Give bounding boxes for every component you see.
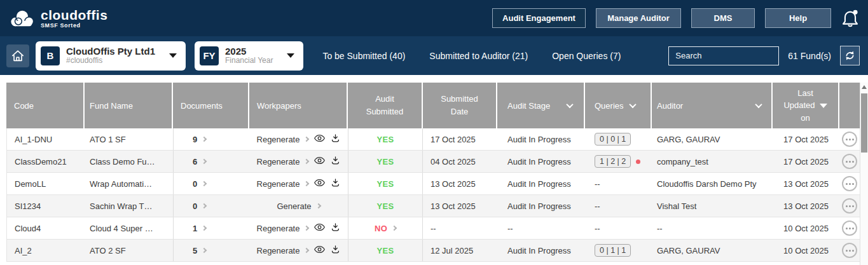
- cell-queries: 0 | 1 | 1: [585, 240, 652, 261]
- workpapers-action-label[interactable]: Regenerate: [257, 224, 300, 233]
- queries-count-badge[interactable]: 1 | 2 | 2: [595, 155, 631, 168]
- view-eye-icon[interactable]: [314, 245, 325, 256]
- more-options-button[interactable]: [842, 243, 857, 258]
- cell-auditor: GARG, GAURAV: [652, 240, 773, 261]
- workpapers-action-label[interactable]: Regenerate: [257, 246, 300, 255]
- cell-actions: [839, 151, 860, 172]
- cell-audit-submitted: YES: [348, 128, 423, 150]
- scrollbar-thumb[interactable]: [861, 93, 867, 153]
- company-selector[interactable]: B CloudOffis Pty Ltd1 #cloudoffis: [36, 41, 186, 71]
- chevron-right-icon[interactable]: [304, 159, 309, 164]
- audit-submitted-status: YES: [377, 246, 394, 255]
- chevron-right-icon[interactable]: [304, 226, 309, 231]
- more-options-button[interactable]: [842, 132, 857, 147]
- queries-count-badge[interactable]: 0 | 0 | 1: [595, 133, 631, 146]
- more-options-button[interactable]: [842, 176, 857, 191]
- column-header-code[interactable]: Code: [6, 83, 85, 128]
- chevron-right-icon[interactable]: [304, 137, 309, 142]
- cell-audit-stage: Audit In Progress: [497, 128, 585, 150]
- download-icon[interactable]: [331, 245, 340, 256]
- home-button[interactable]: [6, 44, 29, 67]
- workpapers-action-label[interactable]: Regenerate: [257, 179, 300, 189]
- tab-submitted-to-auditor[interactable]: Submitted to Auditor (21): [429, 51, 528, 61]
- view-eye-icon[interactable]: [314, 178, 325, 189]
- workpapers-action-label[interactable]: Generate: [277, 201, 311, 211]
- download-icon[interactable]: [331, 133, 340, 145]
- view-eye-icon[interactable]: [314, 133, 325, 145]
- chevron-right-icon[interactable]: [315, 203, 320, 208]
- cell-audit-submitted: YES: [348, 195, 423, 217]
- column-header-workpapers[interactable]: Workpapers: [249, 83, 348, 128]
- cell-workpapers[interactable]: Regenerate: [249, 217, 348, 239]
- cell-workpapers[interactable]: Regenerate: [249, 173, 348, 194]
- cell-queries: 1 | 2 | 2: [585, 151, 652, 172]
- column-header-last-updated[interactable]: Last Updated on: [773, 83, 839, 128]
- vertical-scrollbar[interactable]: [860, 83, 868, 265]
- queries-count-badge[interactable]: 0 | 1 | 1: [595, 244, 631, 257]
- cell-actions: [839, 240, 860, 261]
- audit-submitted-status: YES: [377, 135, 394, 144]
- more-options-button[interactable]: [842, 198, 857, 214]
- cell-workpapers[interactable]: Regenerate: [249, 128, 348, 150]
- tab-open-queries[interactable]: Open Queries (7): [552, 51, 621, 61]
- chevron-right-icon[interactable]: [392, 226, 397, 231]
- search-input[interactable]: [668, 46, 779, 65]
- cell-audit-submitted: YES: [348, 151, 423, 172]
- cell-workpapers[interactable]: Regenerate: [249, 151, 348, 172]
- chevron-right-icon[interactable]: [304, 248, 309, 253]
- more-options-button[interactable]: [842, 221, 857, 236]
- column-header-documents[interactable]: Documents: [173, 83, 249, 128]
- chevron-right-icon[interactable]: [202, 248, 207, 253]
- cell-documents[interactable]: 5: [173, 240, 249, 261]
- cell-workpapers[interactable]: Generate: [249, 195, 348, 217]
- cell-auditor: company_test: [652, 151, 773, 172]
- cell-documents[interactable]: 6: [173, 151, 249, 172]
- download-icon[interactable]: [331, 178, 340, 189]
- dms-button[interactable]: DMS: [691, 8, 755, 28]
- refresh-button[interactable]: [840, 46, 860, 65]
- chevron-right-icon[interactable]: [202, 226, 207, 231]
- scroll-up-arrow-icon[interactable]: [862, 85, 867, 89]
- chevron-right-icon[interactable]: [202, 181, 207, 186]
- workpapers-action-label[interactable]: Regenerate: [257, 157, 300, 166]
- workpapers-action-label[interactable]: Regenerate: [257, 135, 300, 144]
- chevron-right-icon[interactable]: [304, 181, 309, 186]
- cell-audit-stage: Audit In Progress: [497, 240, 585, 261]
- financial-year-selector[interactable]: FY 2025 Financial Year: [195, 41, 303, 71]
- more-options-button[interactable]: [842, 154, 857, 169]
- download-icon[interactable]: [331, 222, 340, 234]
- cell-auditor: --: [652, 217, 773, 239]
- cell-documents[interactable]: 1: [173, 217, 249, 239]
- column-header-queries[interactable]: Queries: [585, 83, 652, 128]
- audit-submitted-status: NO: [375, 224, 387, 233]
- cell-documents[interactable]: 0: [173, 195, 249, 217]
- view-eye-icon[interactable]: [314, 156, 325, 167]
- cell-documents[interactable]: 0: [173, 173, 249, 194]
- fy-label: Financial Year: [225, 57, 273, 65]
- funds-table: Code Fund Name Documents Workpapers Audi…: [6, 83, 860, 262]
- column-header-fund-name[interactable]: Fund Name: [85, 83, 173, 128]
- cell-workpapers[interactable]: Regenerate: [249, 240, 348, 261]
- chevron-down-icon: [287, 53, 294, 58]
- notifications-bell-icon[interactable]: [841, 9, 859, 28]
- cell-fund-name: Cloud 4 Super …: [85, 217, 173, 239]
- column-header-submitted-date[interactable]: Submitted Date: [423, 83, 497, 128]
- cell-fund-name: Wrap Automati…: [85, 173, 173, 194]
- column-header-audit-submitted[interactable]: Audit Submitted: [348, 83, 423, 128]
- chevron-right-icon[interactable]: [202, 203, 207, 208]
- manage-auditor-button[interactable]: Manage Auditor: [596, 8, 681, 28]
- help-button[interactable]: Help: [765, 8, 831, 28]
- column-header-auditor[interactable]: Auditor: [652, 83, 773, 128]
- brand-tagline: SMSF Sorted: [41, 23, 107, 29]
- column-header-audit-stage[interactable]: Audit Stage: [497, 83, 585, 128]
- tab-to-be-submitted[interactable]: To be Submitted (40): [322, 51, 405, 61]
- chevron-right-icon[interactable]: [202, 137, 207, 142]
- chevron-right-icon[interactable]: [202, 159, 207, 164]
- download-icon[interactable]: [331, 156, 340, 167]
- cell-last-updated: 10 Oct 2025: [773, 217, 839, 239]
- audit-engagement-button[interactable]: Audit Engagement: [492, 8, 586, 28]
- chevron-down-icon: [755, 101, 762, 108]
- view-eye-icon[interactable]: [314, 222, 325, 234]
- cell-audit-stage: Audit In Progress: [497, 195, 585, 217]
- cell-documents[interactable]: 9: [173, 128, 249, 150]
